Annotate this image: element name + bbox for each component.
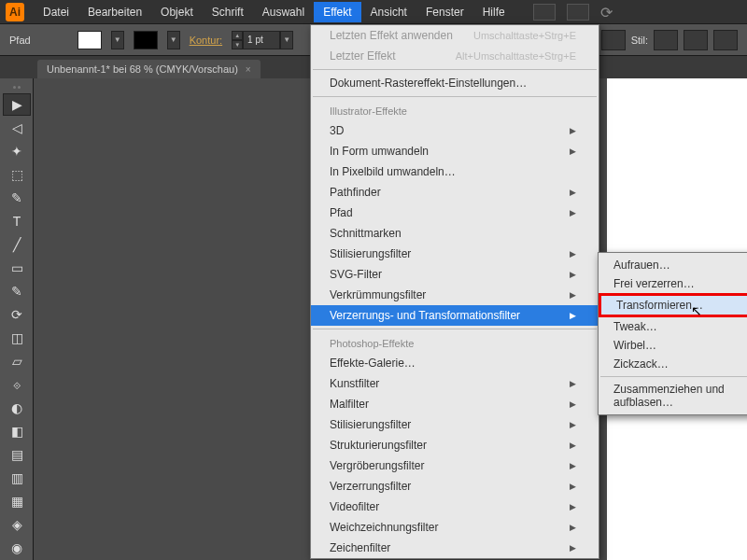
menu-effekt[interactable]: Effekt [314, 2, 360, 22]
style-swatch[interactable] [654, 30, 678, 50]
menu-convert-shape[interactable]: In Form umwandeln▶ [311, 141, 599, 161]
menu-fenster[interactable]: Fenster [416, 2, 473, 22]
menu-raster-settings[interactable]: Dokument-Rastereffekt-Einstellungen… [311, 73, 599, 93]
tools-grip[interactable] [0, 82, 33, 91]
menu-texture[interactable]: Strukturierungsfilter▶ [311, 435, 599, 455]
submenu-pucker-bloat[interactable]: Zusammenziehen und aufblasen… [599, 380, 747, 412]
menu-pixelate[interactable]: Vergröberungsfilter▶ [311, 455, 599, 476]
direct-selection-tool[interactable]: ◁ [3, 117, 31, 139]
magic-wand-tool[interactable]: ✦ [3, 140, 31, 162]
menu-warp[interactable]: Verkrümmungsfilter▶ [311, 285, 599, 305]
menu-apply-last: Letzten Effekt anwendenUmschalttaste+Str… [311, 25, 599, 46]
tools-panel: ▶ ◁ ✦ ⬚ ✎ T ╱ ▭ ✎ ⟳ ◫ ▱ ⟐ ◐ ◧ ▤ ▥ ▦ ◈ ◉ [0, 78, 34, 560]
brush-tool[interactable]: ✎ [3, 280, 31, 302]
transform-btn[interactable] [713, 30, 738, 50]
app-icon: Ai [6, 3, 24, 21]
selection-tool[interactable]: ▶ [3, 93, 31, 116]
separator [313, 329, 597, 329]
menu-distort-transform[interactable]: Verzerrungs- und Transformationsfilter▶ [311, 305, 599, 326]
menu-stylize[interactable]: Stilisierungsfilter▶ [311, 244, 599, 264]
menu-svg-filter[interactable]: SVG-Filter▶ [311, 264, 599, 285]
fill-dropdown[interactable]: ▼ [111, 31, 124, 49]
stroke-weight-dd[interactable]: ▼ [280, 31, 293, 49]
distort-transform-submenu: Aufrauen… Frei verzerren… Transformieren… [598, 252, 747, 415]
menu-pathfinder[interactable]: Pathfinder▶ [311, 182, 599, 203]
submenu-roughen[interactable]: Aufrauen… [599, 256, 747, 274]
menu-datei[interactable]: Datei [34, 2, 78, 22]
gradient-tool[interactable]: ◉ [3, 537, 31, 559]
stil-label: Stil: [631, 35, 648, 46]
type-tool[interactable]: T [3, 210, 31, 232]
menu-last-effect: Letzter EffektAlt+Umschalttaste+Strg+E [311, 46, 599, 66]
submenu-free-distort[interactable]: Frei verzerren… [599, 274, 747, 293]
menu-schrift[interactable]: Schrift [203, 2, 253, 22]
separator [313, 96, 597, 97]
menu-effect-gallery[interactable]: Effekte-Galerie… [311, 353, 599, 373]
stepper-down[interactable]: ▼ [232, 40, 243, 49]
profile-btn[interactable] [601, 30, 626, 50]
menu-stylize-ps[interactable]: Stilisierungsfilter▶ [311, 414, 599, 435]
mesh-tool[interactable]: ◈ [3, 513, 31, 536]
stepper-up[interactable]: ▲ [232, 31, 243, 40]
menu-auswahl[interactable]: Auswahl [253, 2, 314, 22]
menu-ansicht[interactable]: Ansicht [361, 2, 416, 22]
submenu-tweak[interactable]: Tweak… [599, 317, 747, 336]
align-btn[interactable] [684, 30, 708, 50]
document-tab[interactable]: Unbenannt-1* bei 68 % (CMYK/Vorschau) × [37, 60, 261, 78]
kontur-label[interactable]: Kontur: [190, 35, 222, 46]
stroke-weight-stepper[interactable]: ▲ ▼ 1 pt ▼ [232, 31, 293, 49]
menubar: Ai Datei Bearbeiten Objekt Schrift Auswa… [0, 0, 747, 24]
stroke-dropdown[interactable]: ▼ [167, 31, 180, 49]
blob-brush-tool[interactable]: ◫ [3, 327, 31, 349]
separator [600, 376, 747, 377]
menu-rasterize[interactable]: In Pixelbild umwandeln… [311, 161, 599, 182]
free-transform-tool[interactable]: ▤ [3, 443, 31, 466]
fill-swatch[interactable] [78, 31, 102, 49]
rectangle-tool[interactable]: ▭ [3, 257, 31, 279]
menu-sketch[interactable]: Zeichenfilter▶ [311, 538, 599, 558]
width-tool[interactable]: ◧ [3, 420, 31, 442]
menu-artistic[interactable]: Kunstfilter▶ [311, 373, 599, 394]
eraser-tool[interactable]: ▱ [3, 350, 31, 372]
menu-objekt[interactable]: Objekt [151, 2, 203, 22]
menu-cropmarks[interactable]: Schnittmarken [311, 223, 599, 244]
stroke-swatch[interactable] [134, 31, 158, 49]
effekt-menu: Letzten Effekt anwendenUmschalttaste+Str… [310, 24, 599, 559]
menu-distort-ps[interactable]: Verzerrungsfilter▶ [311, 476, 599, 497]
submenu-twist[interactable]: Wirbel… [599, 336, 747, 355]
perspective-tool[interactable]: ▦ [3, 490, 31, 512]
sync-icon[interactable]: ⟳ [600, 4, 623, 21]
arrange-icon[interactable] [567, 4, 589, 21]
menu-video[interactable]: Videofilter▶ [311, 497, 599, 517]
separator [313, 69, 597, 70]
pencil-tool[interactable]: ⟳ [3, 303, 31, 326]
pen-tool[interactable]: ✎ [3, 187, 31, 209]
menu-3d[interactable]: 3D▶ [311, 120, 599, 141]
bridge-icon[interactable] [533, 4, 556, 21]
menu-pfad[interactable]: Pfad▶ [311, 203, 599, 223]
menu-brush-strokes[interactable]: Malfilter▶ [311, 394, 599, 414]
submenu-zigzag[interactable]: Zickzack… [599, 355, 747, 373]
line-tool[interactable]: ╱ [3, 233, 31, 256]
menu-bearbeiten[interactable]: Bearbeiten [78, 2, 151, 22]
section-photoshop: Photoshop-Effekte [311, 332, 599, 353]
menu-blur[interactable]: Weichzeichnungsfilter▶ [311, 517, 599, 538]
tab-title: Unbenannt-1* bei 68 % (CMYK/Vorschau) [47, 63, 238, 75]
stroke-weight-value[interactable]: 1 pt [243, 31, 280, 49]
tab-close-icon[interactable]: × [246, 64, 251, 75]
submenu-transform[interactable]: Transformieren… [599, 293, 747, 317]
menu-hilfe[interactable]: Hilfe [473, 2, 514, 22]
path-label: Pfad [9, 35, 31, 46]
shape-builder-tool[interactable]: ▥ [3, 467, 31, 489]
rotate-tool[interactable]: ⟐ [3, 373, 31, 396]
scale-tool[interactable]: ◐ [3, 397, 31, 419]
section-illustrator: Illustrator-Effekte [311, 100, 599, 120]
lasso-tool[interactable]: ⬚ [3, 163, 31, 186]
